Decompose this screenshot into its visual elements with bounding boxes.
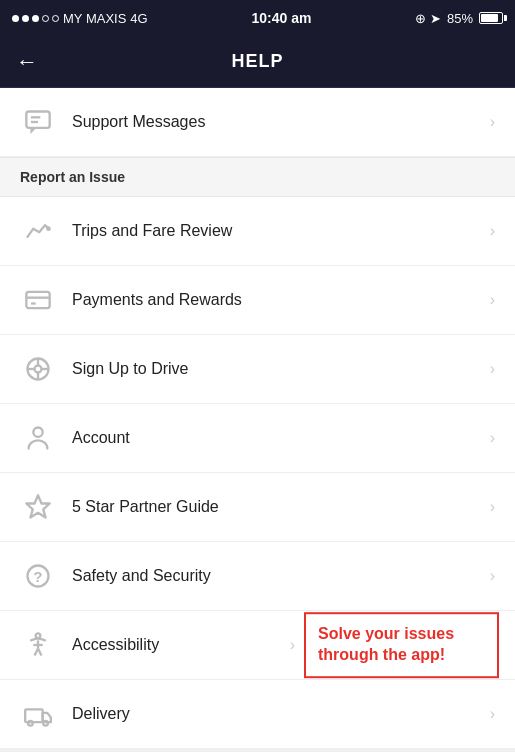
tooltip-text: Solve your issues through the app! [318, 625, 454, 663]
chevron-icon: › [490, 567, 495, 585]
battery-percent: 85% [447, 11, 473, 26]
svg-rect-4 [26, 292, 49, 308]
page-header: ← HELP [0, 36, 515, 88]
accessibility-label: Accessibility [72, 636, 290, 654]
page-title: HELP [231, 51, 283, 72]
svg-point-23 [28, 721, 33, 726]
dot-4 [42, 15, 49, 22]
battery-icon [479, 12, 503, 24]
back-button[interactable]: ← [16, 49, 38, 75]
drive-icon [20, 351, 56, 387]
signal-dots [12, 15, 59, 22]
chat-icon [20, 104, 56, 140]
svg-line-20 [38, 649, 42, 656]
svg-marker-14 [26, 495, 49, 517]
svg-point-3 [46, 226, 51, 231]
accessibility-icon [20, 627, 56, 663]
svg-rect-22 [25, 709, 42, 722]
chevron-icon: › [490, 113, 495, 131]
payments-icon [20, 282, 56, 318]
svg-rect-0 [26, 112, 49, 128]
chevron-icon: › [490, 498, 495, 516]
dot-2 [22, 15, 29, 22]
menu-item-payments[interactable]: Payments and Rewards › [0, 266, 515, 335]
main-content: Support Messages › Report an Issue Trips… [0, 88, 515, 749]
trips-icon [20, 213, 56, 249]
account-label: Account [72, 429, 490, 447]
report-section-header: Report an Issue [0, 157, 515, 197]
trips-label: Trips and Fare Review [72, 222, 490, 240]
menu-item-account[interactable]: Account › [0, 404, 515, 473]
status-left: MY MAXIS 4G [12, 11, 148, 26]
star-icon [20, 489, 56, 525]
safety-label: Safety and Security [72, 567, 490, 585]
safety-icon: ? [20, 558, 56, 594]
tooltip-box: Solve your issues through the app! [304, 612, 499, 678]
chevron-icon: › [490, 360, 495, 378]
svg-point-13 [33, 428, 42, 437]
svg-point-17 [36, 633, 41, 638]
dot-5 [52, 15, 59, 22]
delivery-icon [20, 696, 56, 732]
svg-text:?: ? [33, 568, 42, 585]
chevron-icon: › [490, 291, 495, 309]
svg-point-24 [43, 721, 48, 726]
menu-item-drive[interactable]: Sign Up to Drive › [0, 335, 515, 404]
menu-item-safety[interactable]: ? Safety and Security › [0, 542, 515, 611]
drive-label: Sign Up to Drive [72, 360, 490, 378]
star-label: 5 Star Partner Guide [72, 498, 490, 516]
menu-item-star[interactable]: 5 Star Partner Guide › [0, 473, 515, 542]
report-section-label: Report an Issue [20, 169, 125, 185]
menu-item-accessibility[interactable]: Accessibility › Solve your issues throug… [0, 611, 515, 680]
status-right: ⊕ ➤ 85% [415, 11, 503, 26]
menu-item-trips[interactable]: Trips and Fare Review › [0, 197, 515, 266]
payments-label: Payments and Rewards [72, 291, 490, 309]
carrier-label: MY MAXIS [63, 11, 126, 26]
chevron-icon-accessibility: › [290, 636, 295, 654]
svg-point-8 [35, 366, 42, 373]
chevron-icon: › [490, 705, 495, 723]
chevron-icon: › [490, 222, 495, 240]
status-time: 10:40 am [252, 10, 312, 26]
battery-fill [481, 14, 498, 22]
menu-item-support-messages[interactable]: Support Messages › [0, 88, 515, 157]
account-icon [20, 420, 56, 456]
network-label: 4G [130, 11, 147, 26]
dot-3 [32, 15, 39, 22]
dot-1 [12, 15, 19, 22]
chevron-icon: › [490, 429, 495, 447]
support-messages-label: Support Messages [72, 113, 490, 131]
status-bar: MY MAXIS 4G 10:40 am ⊕ ➤ 85% [0, 0, 515, 36]
location-icon: ⊕ ➤ [415, 11, 441, 26]
delivery-label: Delivery [72, 705, 490, 723]
menu-item-delivery[interactable]: Delivery › [0, 680, 515, 749]
